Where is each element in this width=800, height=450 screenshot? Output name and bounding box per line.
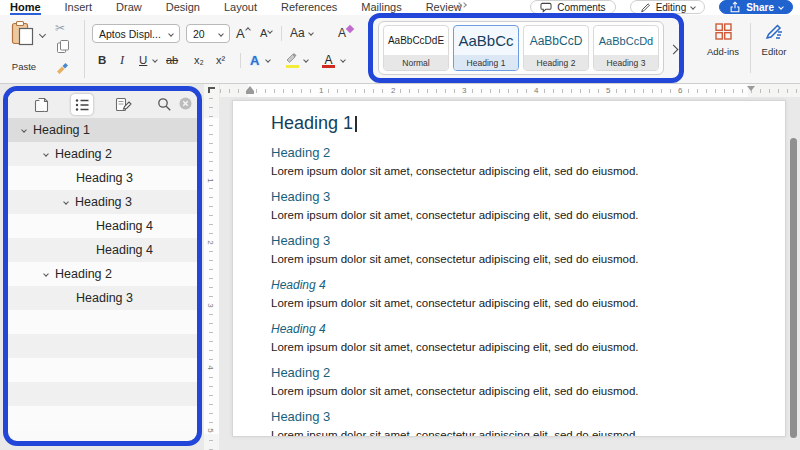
- nav-item-heading1[interactable]: Heading 1: [8, 118, 197, 142]
- doc-paragraph[interactable]: Lorem ipsum dolor sit amet, consectetur …: [271, 164, 745, 179]
- font-size-select[interactable]: 20: [186, 24, 230, 43]
- collapse-chevron-icon[interactable]: [63, 199, 69, 205]
- nav-item-heading3[interactable]: Heading 3: [8, 166, 197, 190]
- font-name-select[interactable]: Aptos Displ...: [92, 24, 180, 43]
- doc-paragraph[interactable]: Lorem ipsum dolor sit amet, consectetur …: [271, 384, 745, 399]
- right-indent-marker[interactable]: [747, 86, 755, 91]
- doc-text: Lorem ipsum dolor sit amet, consectetur …: [271, 341, 639, 353]
- nav-item-heading3[interactable]: Heading 3: [8, 190, 197, 214]
- nav-item-heading3[interactable]: Heading 3: [8, 286, 197, 310]
- change-case-button[interactable]: Aa: [290, 24, 313, 42]
- clear-formatting-button[interactable]: A: [338, 24, 353, 42]
- highlight-color-button[interactable]: [284, 51, 301, 69]
- text-effects-button[interactable]: A: [250, 51, 259, 69]
- editor-button[interactable]: Editor: [754, 23, 794, 57]
- font-name-value: Aptos Displ...: [99, 28, 161, 40]
- doc-heading4[interactable]: Heading 4: [271, 321, 745, 337]
- collapse-chevron-icon[interactable]: [43, 271, 49, 277]
- style-heading-1[interactable]: AaBbCc Heading 1: [453, 25, 519, 71]
- vertical-scrollbar[interactable]: [790, 138, 797, 438]
- doc-heading3[interactable]: Heading 3: [271, 233, 745, 249]
- tab-references[interactable]: References: [281, 0, 337, 15]
- tab-home[interactable]: Home: [10, 0, 41, 15]
- style-heading-2[interactable]: AaBbCcD Heading 2: [523, 25, 589, 71]
- tab-layout[interactable]: Layout: [224, 0, 257, 15]
- ribbon: Paste ✂ Aptos Displ... 20 A A Aa A: [0, 15, 800, 84]
- underline-button[interactable]: U: [139, 51, 147, 69]
- share-button[interactable]: Share: [719, 0, 793, 14]
- comments-button[interactable]: Comments: [530, 0, 615, 14]
- doc-heading2[interactable]: Heading 2: [271, 145, 745, 161]
- share-label: Share: [746, 2, 774, 13]
- tab-insert[interactable]: Insert: [65, 0, 93, 15]
- document-page[interactable]: Heading 1 Heading 2 Lorem ipsum dolor si…: [232, 100, 786, 437]
- doc-heading4[interactable]: Heading 4: [271, 277, 745, 293]
- doc-paragraph[interactable]: Lorem ipsum dolor sit amet, consectetur …: [271, 208, 745, 223]
- copy-icon[interactable]: [56, 39, 70, 54]
- paste-button[interactable]: [10, 20, 36, 47]
- collapse-chevron-icon[interactable]: [43, 151, 49, 157]
- style-heading-3[interactable]: AaBbCcDd Heading 3: [593, 25, 659, 71]
- nav-item-heading4[interactable]: Heading 4: [8, 214, 197, 238]
- font-color-swatch: [322, 65, 335, 68]
- search-tab[interactable]: [152, 93, 176, 116]
- doc-heading3[interactable]: Heading 3: [271, 409, 745, 425]
- tab-draw[interactable]: Draw: [116, 0, 142, 15]
- nav-item-heading4[interactable]: Heading 4: [8, 238, 197, 262]
- doc-text: Lorem ipsum dolor sit amet, consectetur …: [271, 165, 639, 177]
- nav-item-heading2[interactable]: Heading 2: [8, 142, 197, 166]
- results-tab[interactable]: [111, 93, 135, 116]
- doc-text: Heading 3: [271, 409, 330, 424]
- doc-paragraph[interactable]: Lorem ipsum dolor sit amet, consectetur …: [271, 428, 745, 437]
- strikethrough-button[interactable]: ab: [166, 51, 178, 69]
- underline-chevron-icon[interactable]: [152, 57, 158, 63]
- subscript-button[interactable]: x₂: [194, 51, 204, 69]
- font-color-button[interactable]: A: [320, 50, 337, 69]
- ruler-number: 2: [206, 239, 215, 245]
- search-icon: [157, 97, 172, 112]
- doc-heading1[interactable]: Heading 1: [271, 111, 745, 135]
- text-cursor: [355, 116, 357, 132]
- left-indent-marker[interactable]: [246, 86, 254, 91]
- style-label: Heading 3: [594, 55, 658, 70]
- thumbnails-tab[interactable]: [29, 93, 53, 116]
- close-pane-button[interactable]: [179, 97, 192, 110]
- text-effects-chevron-icon[interactable]: [265, 57, 271, 63]
- style-normal[interactable]: AaBbCcDdE Normal: [383, 25, 449, 71]
- ruler-number: 5: [206, 427, 215, 433]
- font-color-chevron-icon[interactable]: [340, 57, 346, 63]
- ruler-number: 3: [206, 302, 215, 308]
- highlight-chevron-icon[interactable]: [303, 57, 309, 63]
- nav-empty-row: [8, 382, 197, 406]
- shrink-font-button[interactable]: A: [260, 24, 272, 42]
- grow-font-button[interactable]: A: [236, 24, 250, 42]
- doc-heading2[interactable]: Heading 2: [271, 365, 745, 381]
- add-ins-button[interactable]: Add-ins: [700, 23, 746, 57]
- vertical-ruler: 1 2 3 4 5: [204, 97, 219, 450]
- add-ins-grid-icon: [715, 23, 732, 40]
- collapse-chevron-icon[interactable]: [21, 127, 27, 133]
- nav-item-label: Heading 4: [96, 219, 153, 233]
- page-pencil-icon: [115, 97, 132, 112]
- tab-design[interactable]: Design: [166, 0, 200, 15]
- doc-paragraph[interactable]: Lorem ipsum dolor sit amet, consectetur …: [271, 252, 745, 267]
- headings-tab[interactable]: [70, 93, 94, 116]
- nav-item-heading2[interactable]: Heading 2: [8, 262, 197, 286]
- tab-selector[interactable]: [204, 84, 219, 97]
- tab-overflow-chevrons-icon[interactable]: [457, 3, 466, 7]
- superscript-button[interactable]: x²: [216, 51, 225, 69]
- styles-more-chevron-icon[interactable]: [670, 39, 677, 57]
- cut-icon[interactable]: ✂: [55, 21, 65, 35]
- doc-paragraph[interactable]: Lorem ipsum dolor sit amet, consectetur …: [271, 340, 745, 355]
- doc-heading3[interactable]: Heading 3: [271, 189, 745, 205]
- style-label: Heading 1: [454, 55, 518, 70]
- ruler-number: 1: [206, 177, 215, 183]
- editing-mode-button[interactable]: Editing: [630, 0, 706, 14]
- bold-button[interactable]: B: [98, 51, 106, 69]
- paste-chevron-icon[interactable]: [39, 31, 46, 38]
- ruler-number: 4: [206, 364, 215, 370]
- style-sample: AaBbCcDd: [594, 26, 658, 55]
- format-painter-icon[interactable]: [55, 59, 70, 74]
- doc-paragraph[interactable]: Lorem ipsum dolor sit amet, consectetur …: [271, 296, 745, 311]
- italic-button[interactable]: I: [120, 51, 124, 69]
